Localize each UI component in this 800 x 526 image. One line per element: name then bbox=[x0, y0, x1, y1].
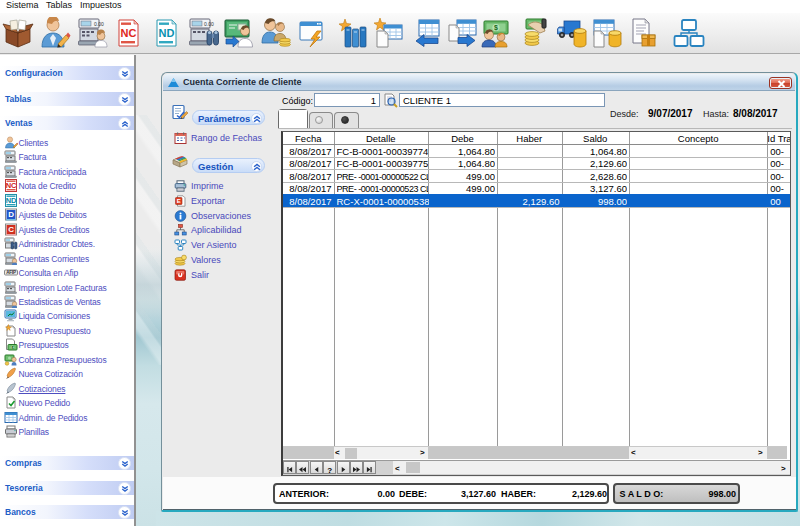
svg-text:AFIP: AFIP bbox=[6, 270, 16, 275]
svg-text:E: E bbox=[177, 198, 181, 204]
svg-text:0.00: 0.00 bbox=[204, 21, 214, 27]
svg-text:D: D bbox=[8, 210, 14, 219]
svg-text:0.00: 0.00 bbox=[94, 21, 104, 27]
svg-text:NC: NC bbox=[121, 27, 137, 39]
svg-text:ND: ND bbox=[6, 196, 17, 205]
svg-text:ND: ND bbox=[159, 27, 175, 39]
svg-text:$: $ bbox=[494, 24, 498, 32]
svg-text:C: C bbox=[8, 225, 14, 234]
svg-text:NC: NC bbox=[6, 181, 17, 190]
